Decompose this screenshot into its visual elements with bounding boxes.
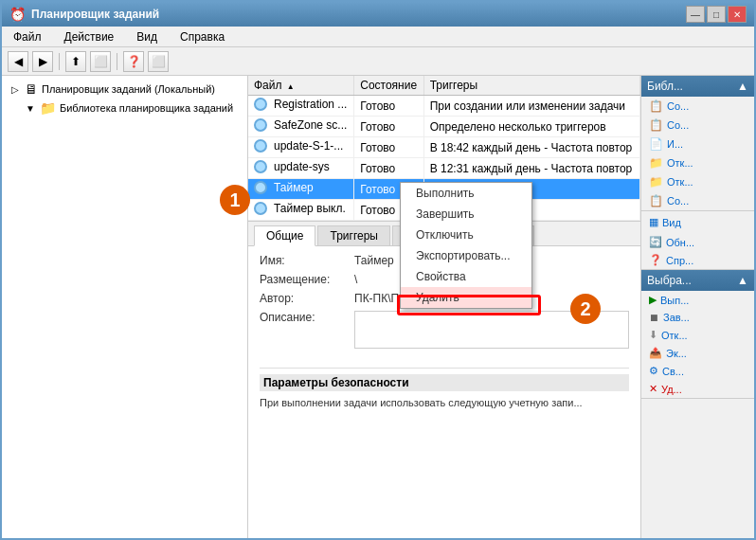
row-trigger: Определено несколько триггеров — [423, 117, 639, 137]
show-hide-button[interactable]: ⬜ — [90, 51, 111, 72]
action-item[interactable]: 📁 Отк... — [641, 153, 754, 172]
tree-expander: ▷ — [9, 83, 21, 95]
table-row[interactable]: update-S-1-... Готово В 18:42 каждый ден… — [248, 137, 640, 158]
action-item[interactable]: 📁 Отк... — [641, 172, 754, 191]
collapse-icon-library: ▲ — [737, 80, 748, 93]
actions-header-selected[interactable]: Выбра... ▲ — [641, 270, 754, 291]
name-label: Имя: — [260, 254, 354, 267]
menu-view[interactable]: Вид — [129, 28, 165, 45]
end-icon: ⏹ — [649, 312, 659, 323]
properties-icon: ⚙ — [649, 365, 658, 377]
row-icon: update-S-1-... — [254, 139, 343, 153]
row-file: Registration ... — [248, 96, 354, 117]
action-run[interactable]: ▶ Вып... — [641, 291, 754, 309]
tree-library-icon: 📁 — [40, 100, 56, 116]
task-icon — [254, 202, 267, 215]
view-separator: ▦ Вид — [641, 210, 754, 233]
tree-root-icon: 🖥 — [25, 81, 38, 97]
window-title: Планировщик заданий — [31, 8, 159, 21]
row-status: Готово — [354, 137, 423, 158]
row-file: update-sys — [248, 158, 354, 179]
context-menu-disable[interactable]: Отключить — [401, 225, 531, 245]
action-item[interactable]: 📄 И... — [641, 135, 754, 153]
tree-library-label: Библиотека планировщика заданий — [60, 102, 233, 114]
menu-file[interactable]: Файл — [6, 28, 49, 45]
security-section-title: Параметры безопасности — [260, 374, 629, 391]
tree-root-label: Планировщик заданий (Локальный) — [42, 83, 215, 95]
tree-library[interactable]: ▼ 📁 Библиотека планировщика заданий — [6, 99, 243, 117]
main-content: ▷ 🖥 Планировщик заданий (Локальный) ▼ 📁 … — [2, 76, 754, 538]
context-menu-properties[interactable]: Свойства — [401, 266, 531, 287]
col-file[interactable]: Файл ▲ — [248, 76, 354, 96]
action-item[interactable]: 📋 Со... — [641, 191, 754, 210]
col-triggers[interactable]: Триггеры — [423, 76, 639, 96]
table-row[interactable]: update-sys Готово В 12:31 каждый день - … — [248, 158, 640, 179]
back-button[interactable]: ◀ — [8, 51, 28, 72]
toolbar-sep-1 — [59, 53, 60, 70]
action-end[interactable]: ⏹ Зав... — [641, 309, 754, 326]
action-icon: 📁 — [649, 175, 663, 189]
extra-button[interactable]: ⬜ — [148, 51, 169, 72]
security-text: При выполнении задачи использовать следу… — [260, 397, 629, 408]
maximize-button[interactable]: □ — [707, 6, 726, 23]
action-icon: 📋 — [649, 194, 663, 207]
context-menu-delete[interactable]: Удалить — [401, 287, 531, 308]
tab-triggers[interactable]: Триггеры — [317, 225, 390, 245]
action-refresh[interactable]: 🔄 Обн... — [641, 233, 754, 251]
disable-icon: ⬇ — [649, 329, 657, 341]
actions-header-library[interactable]: Библ... ▲ — [641, 76, 754, 97]
row-icon: Таймер — [254, 181, 314, 194]
step-circle-1: 1 — [220, 185, 250, 215]
row-status: Готово — [354, 117, 423, 137]
menu-bar: Файл Действие Вид Справка — [2, 27, 754, 47]
task-icon — [254, 160, 267, 173]
action-item[interactable]: 📋 Со... — [641, 97, 754, 116]
forward-button[interactable]: ▶ — [32, 51, 53, 72]
description-label: Описание: — [260, 311, 354, 324]
tree-root[interactable]: ▷ 🖥 Планировщик заданий (Локальный) — [6, 80, 243, 99]
action-export[interactable]: 📤 Эк... — [641, 344, 754, 362]
action-disable[interactable]: ⬇ Отк... — [641, 326, 754, 344]
step-circle-2: 2 — [570, 294, 601, 324]
context-menu-end[interactable]: Завершить — [401, 204, 531, 225]
row-icon: Таймер выкл. — [254, 202, 346, 215]
help-button[interactable]: ❓ — [123, 51, 144, 72]
row-status: Готово — [354, 158, 423, 179]
action-item[interactable]: 📋 Со... — [641, 116, 754, 135]
up-button[interactable]: ⬆ — [65, 51, 86, 72]
action-delete[interactable]: ✕ Уд... — [641, 380, 754, 398]
context-menu-export[interactable]: Экспортировать... — [401, 245, 531, 266]
delete-icon: ✕ — [649, 383, 657, 395]
action-icon: 📋 — [649, 118, 663, 132]
action-icon: 📁 — [649, 156, 663, 170]
menu-action[interactable]: Действие — [57, 28, 122, 45]
toolbar-sep-2 — [117, 53, 117, 70]
actions-section-selected: Выбра... ▲ ▶ Вып... ⏹ Зав... ⬇ Отк... 📤 — [641, 270, 754, 399]
window-icon: ⏰ — [9, 7, 26, 22]
actions-section-library: Библ... ▲ 📋 Со... 📋 Со... 📄 И... 📁 — [641, 76, 754, 270]
row-trigger: В 18:42 каждый день - Частота повтор — [423, 137, 639, 158]
task-icon — [254, 181, 267, 194]
close-button[interactable]: ✕ — [728, 6, 747, 23]
right-pane: Библ... ▲ 📋 Со... 📋 Со... 📄 И... 📁 — [640, 76, 754, 538]
task-icon — [254, 118, 267, 132]
action-help[interactable]: ❓ Спр... — [641, 251, 754, 269]
table-row[interactable]: Registration ... Готово При создании или… — [248, 96, 640, 117]
row-icon: update-sys — [254, 160, 330, 173]
col-status[interactable]: Состояние — [354, 76, 423, 96]
left-pane: ▷ 🖥 Планировщик заданий (Локальный) ▼ 📁 … — [2, 76, 248, 538]
context-menu-run[interactable]: Выполнить — [401, 183, 531, 204]
row-icon: Registration ... — [254, 98, 347, 111]
row-trigger: При создании или изменении задачи — [423, 96, 639, 117]
table-row[interactable]: SafeZone sc... Готово Определено несколь… — [248, 117, 640, 137]
author-label: Автор: — [260, 292, 354, 305]
minimize-button[interactable]: — — [686, 6, 705, 23]
row-file: update-S-1-... — [248, 137, 354, 158]
action-view[interactable]: ▦ Вид — [641, 213, 754, 231]
location-label: Размещение: — [260, 273, 354, 286]
action-properties[interactable]: ⚙ Св... — [641, 362, 754, 380]
main-window: ⏰ Планировщик заданий — □ ✕ Файл Действи… — [0, 0, 756, 540]
row-trigger: В 12:31 каждый день - Частота повтор — [423, 158, 639, 179]
tab-general[interactable]: Общие — [254, 225, 315, 246]
menu-help[interactable]: Справка — [172, 28, 232, 45]
